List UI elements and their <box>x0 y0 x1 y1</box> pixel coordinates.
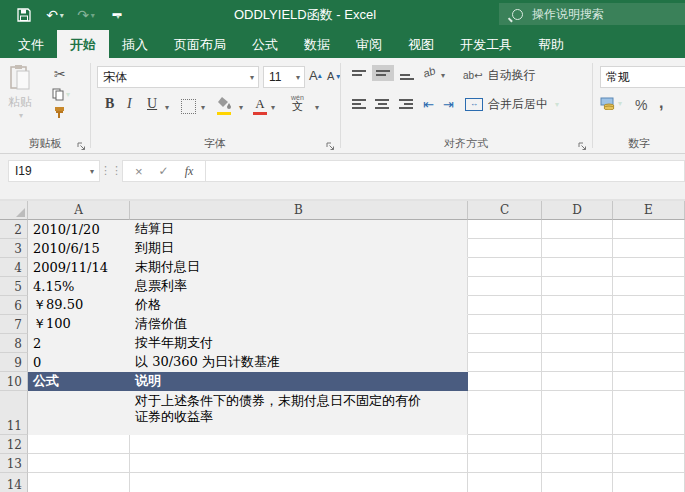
merge-center-button[interactable]: ↔ 合并后居中 ▾ <box>465 96 559 113</box>
cell-d5[interactable] <box>542 277 613 296</box>
tab-review[interactable]: 审阅 <box>343 30 395 58</box>
cell-a4[interactable]: 2009/11/14 <box>28 258 130 277</box>
cut-icon[interactable]: ✂ <box>54 66 66 82</box>
tab-insert[interactable]: 插入 <box>109 30 161 58</box>
fill-color-icon[interactable] <box>217 97 233 115</box>
cell-b8[interactable]: 按半年期支付 <box>130 334 468 353</box>
cell-b13[interactable] <box>130 454 468 473</box>
phonetic-menu-arrow[interactable]: ▾ <box>315 103 319 112</box>
cell-d4[interactable] <box>542 258 613 277</box>
cell-e10[interactable] <box>613 372 685 391</box>
font-name-combo[interactable]: 宋体▾ <box>97 66 259 88</box>
cell-b2[interactable]: 结算日 <box>130 220 468 239</box>
number-format-combo[interactable]: 常规 <box>600 66 685 88</box>
font-color-icon[interactable]: A <box>253 96 267 115</box>
tab-developer[interactable]: 开发工具 <box>447 30 525 58</box>
enter-icon[interactable]: ✓ <box>159 164 169 178</box>
column-header-b[interactable]: B <box>130 201 468 220</box>
align-right-icon[interactable] <box>396 96 416 112</box>
wrap-text-button[interactable]: ab↩ 自动换行 <box>463 67 536 84</box>
column-header-a[interactable]: A <box>28 201 130 220</box>
cell-c10[interactable] <box>468 372 542 391</box>
cell-e9[interactable] <box>613 353 685 372</box>
save-icon[interactable] <box>16 7 32 23</box>
row-number[interactable]: 12 <box>0 435 28 454</box>
cell-a10[interactable]: 公式 <box>28 372 130 391</box>
cell-b4[interactable]: 末期付息日 <box>130 258 468 277</box>
row-number[interactable]: 6 <box>0 296 28 315</box>
tab-file[interactable]: 文件 <box>5 30 57 58</box>
cell-c2[interactable] <box>468 220 542 239</box>
cell-b14[interactable] <box>130 473 468 492</box>
cell-e7[interactable] <box>613 315 685 334</box>
cell-d2[interactable] <box>542 220 613 239</box>
borders-menu-arrow[interactable]: ▾ <box>201 103 205 112</box>
italic-button[interactable]: I <box>127 96 132 112</box>
select-all-corner[interactable] <box>0 201 28 220</box>
align-left-icon[interactable] <box>349 96 369 112</box>
formula-input[interactable] <box>206 160 685 182</box>
row-number[interactable]: 3 <box>0 239 28 258</box>
cell-c7[interactable] <box>468 315 542 334</box>
cell-e11[interactable] <box>613 391 685 435</box>
cell-e3[interactable] <box>613 239 685 258</box>
cell-c3[interactable] <box>468 239 542 258</box>
tab-data[interactable]: 数据 <box>291 30 343 58</box>
row-number[interactable]: 4 <box>0 258 28 277</box>
cell-e5[interactable] <box>613 277 685 296</box>
cell-a7[interactable]: ￥100 <box>28 315 130 334</box>
cell-d12[interactable] <box>542 435 613 454</box>
row-number[interactable]: 5 <box>0 277 28 296</box>
cell-a2[interactable]: 2010/1/20 <box>28 220 130 239</box>
cell-a6[interactable]: ￥89.50 <box>28 296 130 315</box>
underline-button[interactable]: U <box>147 96 157 112</box>
cell-d11[interactable] <box>542 391 613 435</box>
cell-e12[interactable] <box>613 435 685 454</box>
bottom-align-icon[interactable] <box>397 71 417 83</box>
cell-d8[interactable] <box>542 334 613 353</box>
cell-e14[interactable] <box>613 473 685 492</box>
cell-d13[interactable] <box>542 454 613 473</box>
row-number[interactable]: 10 <box>0 372 28 391</box>
cancel-icon[interactable]: × <box>135 164 143 179</box>
cell-c11[interactable] <box>468 391 542 435</box>
tell-me-search[interactable]: 操作说明搜索 <box>499 3 685 25</box>
cell-a14[interactable] <box>28 473 130 492</box>
insert-function-icon[interactable]: fx <box>185 164 194 179</box>
cell-c13[interactable] <box>468 454 542 473</box>
cell-c14[interactable] <box>468 473 542 492</box>
cell-d3[interactable] <box>542 239 613 258</box>
increase-indent-icon[interactable]: ⇥ <box>443 97 454 112</box>
cell-b3[interactable]: 到期日 <box>130 239 468 258</box>
alignment-dialog-launcher[interactable] <box>578 140 588 150</box>
align-center-icon[interactable] <box>372 96 392 112</box>
formula-bar-resize-handle[interactable]: ⋮⋮ <box>100 160 122 177</box>
name-box-arrow[interactable]: ▾ <box>90 167 94 176</box>
cell-d6[interactable] <box>542 296 613 315</box>
top-align-icon[interactable] <box>349 67 369 83</box>
cell-a13[interactable] <box>28 454 130 473</box>
cell-c12[interactable] <box>468 435 542 454</box>
cell-b7[interactable]: 清偿价值 <box>130 315 468 334</box>
row-number[interactable]: 8 <box>0 334 28 353</box>
accounting-format-icon[interactable]: ▾ <box>600 96 622 110</box>
cell-c8[interactable] <box>468 334 542 353</box>
format-painter-icon[interactable] <box>53 106 66 119</box>
underline-menu-arrow[interactable]: ▾ <box>165 103 169 112</box>
copy-icon[interactable]: ▾ <box>52 88 70 101</box>
percent-style-button[interactable]: % <box>635 97 647 113</box>
cell-c5[interactable] <box>468 277 542 296</box>
tab-page-layout[interactable]: 页面布局 <box>161 30 239 58</box>
middle-align-icon[interactable] <box>372 65 394 81</box>
cell-b5[interactable]: 息票利率 <box>130 277 468 296</box>
customize-qat-icon[interactable]: ▬▾ <box>109 7 125 23</box>
cell-e8[interactable] <box>613 334 685 353</box>
bold-button[interactable]: B <box>105 96 114 112</box>
cell-a5[interactable]: 4.15% <box>28 277 130 296</box>
cell-d9[interactable] <box>542 353 613 372</box>
name-box[interactable]: I19 ▾ <box>8 160 100 182</box>
tab-home[interactable]: 开始 <box>57 30 109 58</box>
cell-c9[interactable] <box>468 353 542 372</box>
row-number[interactable]: 13 <box>0 454 28 473</box>
cell-d7[interactable] <box>542 315 613 334</box>
